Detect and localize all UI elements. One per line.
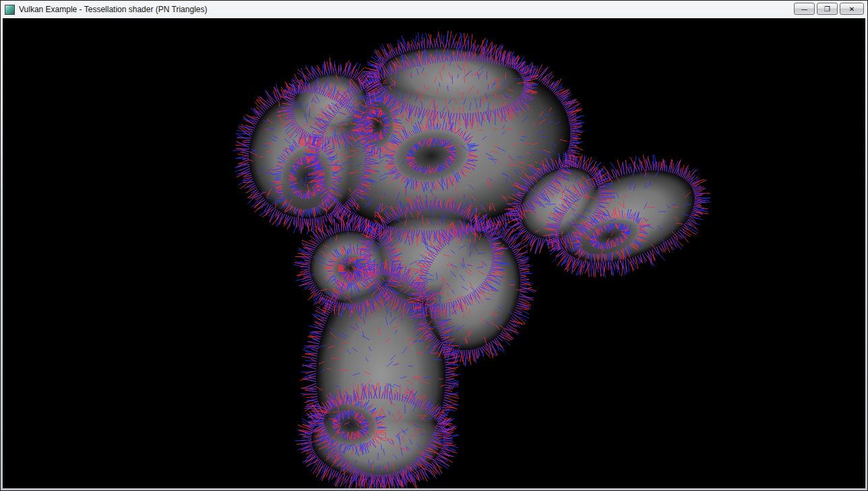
window-controls: — ❐ ✕ [794, 3, 864, 15]
window-icon [5, 5, 15, 15]
render-viewport[interactable] [3, 18, 865, 488]
window-title: Vulkan Example - Tessellation shader (PN… [19, 5, 207, 14]
maximize-button[interactable]: ❐ [817, 3, 838, 15]
close-button[interactable]: ✕ [840, 3, 864, 15]
minimize-button[interactable]: — [794, 3, 815, 15]
app-window: Vulkan Example - Tessellation shader (PN… [0, 0, 868, 491]
title-bar[interactable]: Vulkan Example - Tessellation shader (PN… [3, 1, 865, 18]
